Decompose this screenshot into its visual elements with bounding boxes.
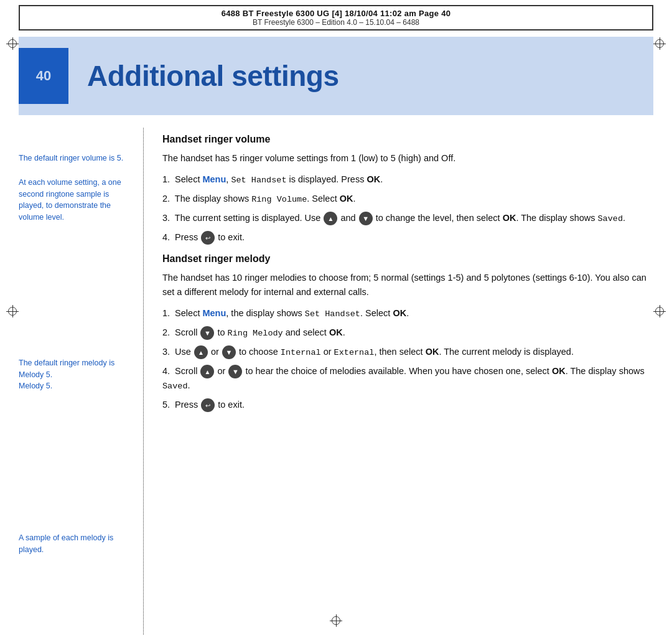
- section-title-melody: Handset ringer melody: [162, 253, 653, 265]
- section-ringer-melody: Handset ringer melody The handset has 10…: [162, 253, 653, 412]
- header-line1: 6488 BT Freestyle 6300 UG [4] 18/10/04 1…: [222, 9, 450, 18]
- scroll-up-icon: ▲: [324, 212, 337, 225]
- scroll-icon-3a: ▲: [194, 345, 208, 359]
- chapter-number: 40: [19, 48, 68, 104]
- scroll-icon-3b: ▼: [222, 345, 236, 359]
- step-volume-2: 2. The display shows Ring Volume. Select…: [162, 192, 653, 207]
- scroll-icon-4b: ▼: [228, 365, 242, 378]
- reg-mark-mid-right: [653, 305, 666, 317]
- header-line2: BT Freestyle 6300 – Edition 4.0 – 15.10.…: [253, 18, 419, 27]
- scroll-down-icon: ▼: [359, 212, 373, 225]
- step-volume-4: 4. Press ↩ to exit.: [162, 230, 653, 245]
- chapter-title: Additional settings: [68, 59, 339, 93]
- margin-note-1: The default ringer volume is 5.: [19, 152, 131, 164]
- reg-mark-bottom: [330, 614, 342, 627]
- reg-mark-top-left: [6, 37, 19, 50]
- section-intro-melody: The handset has 10 ringer melodies to ch…: [162, 271, 653, 299]
- section-title-volume: Handset ringer volume: [162, 134, 653, 145]
- scroll-nav-icon-2: ▼: [200, 326, 214, 340]
- step-melody-5: 5. Press ↩ to exit.: [162, 398, 653, 412]
- end-button-icon-2: ↩: [201, 398, 215, 412]
- content-divider: [143, 128, 144, 635]
- reg-mark-mid-left: [6, 305, 19, 317]
- section-intro-volume: The handset has 5 ringer volume settings…: [162, 151, 653, 165]
- scroll-icon-4a: ▲: [200, 365, 214, 378]
- steps-volume: 1. Select Menu, Set Handset is displayed…: [162, 172, 653, 245]
- step-melody-4: 4. Scroll ▲ or ▼ to hear the choice of m…: [162, 364, 653, 393]
- steps-melody: 1. Select Menu, the display shows Set Ha…: [162, 306, 653, 412]
- main-content: Handset ringer volume The handset has 5 …: [162, 128, 653, 635]
- step-melody-2: 2. Scroll ▼ to Ring Melody and select OK…: [162, 326, 653, 340]
- section-ringer-volume: Handset ringer volume The handset has 5 …: [162, 134, 653, 245]
- page-header: 6488 BT Freestyle 6300 UG [4] 18/10/04 1…: [19, 5, 653, 30]
- reg-mark-top-right: [653, 37, 666, 50]
- end-button-icon: ↩: [201, 231, 215, 245]
- step-volume-1: 1. Select Menu, Set Handset is displayed…: [162, 172, 653, 187]
- content-area: The default ringer volume is 5. At each …: [19, 115, 653, 635]
- margin-note-2: At each volume setting, a one second rin…: [19, 177, 131, 223]
- chapter-header: 40 Additional settings: [19, 37, 653, 115]
- step-melody-3: 3. Use ▲ or ▼ to choose Internal or Exte…: [162, 345, 653, 360]
- margin-notes: The default ringer volume is 5. At each …: [19, 128, 143, 635]
- step-melody-1: 1. Select Menu, the display shows Set Ha…: [162, 306, 653, 321]
- step-volume-3: 3. The current setting is displayed. Use…: [162, 211, 653, 226]
- margin-note-4: A sample of each melody is played.: [19, 532, 131, 556]
- margin-note-3: The default ringer melody is Melody 5. M…: [19, 357, 131, 392]
